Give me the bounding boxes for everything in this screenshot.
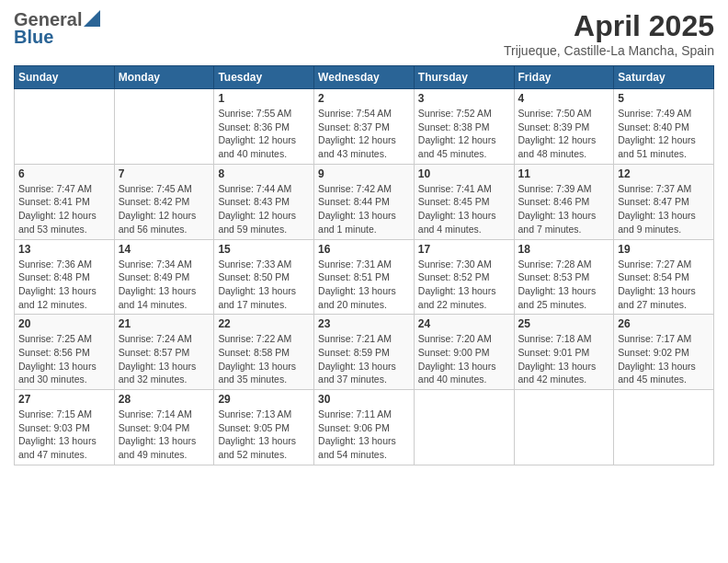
calendar-cell: 16 Sunrise: 7:31 AMSunset: 8:51 PMDaylig…: [314, 239, 415, 315]
day-info: Sunrise: 7:11 AMSunset: 9:06 PMDaylight:…: [318, 408, 410, 462]
calendar-cell: 24 Sunrise: 7:20 AMSunset: 9:00 PMDaylig…: [414, 315, 514, 390]
day-info: Sunrise: 7:36 AMSunset: 8:48 PMDaylight:…: [18, 258, 110, 312]
calendar-week-5: 27 Sunrise: 7:15 AMSunset: 9:03 PMDaylig…: [15, 390, 714, 465]
day-number: 12: [618, 167, 710, 180]
day-number: 18: [518, 243, 610, 256]
day-number: 2: [318, 92, 410, 105]
calendar-cell: 7 Sunrise: 7:45 AMSunset: 8:42 PMDayligh…: [114, 164, 214, 239]
day-info: Sunrise: 7:31 AMSunset: 8:51 PMDaylight:…: [318, 258, 410, 312]
day-number: 11: [518, 167, 610, 180]
calendar-cell: 17 Sunrise: 7:30 AMSunset: 8:52 PMDaylig…: [414, 239, 514, 315]
day-info: Sunrise: 7:20 AMSunset: 9:00 PMDaylight:…: [418, 332, 510, 386]
day-info: Sunrise: 7:54 AMSunset: 8:37 PMDaylight:…: [318, 107, 410, 161]
day-number: 14: [119, 243, 210, 256]
day-info: Sunrise: 7:50 AMSunset: 8:39 PMDaylight:…: [518, 107, 610, 161]
calendar-cell: 2 Sunrise: 7:54 AMSunset: 8:37 PMDayligh…: [314, 89, 415, 165]
day-number: 7: [119, 167, 210, 180]
col-friday: Friday: [514, 66, 614, 89]
day-number: 1: [218, 92, 310, 105]
calendar-cell: [614, 390, 714, 465]
calendar-cell: 8 Sunrise: 7:44 AMSunset: 8:43 PMDayligh…: [214, 164, 314, 239]
logo-blue: Blue: [14, 27, 53, 48]
day-number: 27: [18, 393, 110, 406]
day-info: Sunrise: 7:30 AMSunset: 8:52 PMDaylight:…: [418, 258, 510, 312]
day-info: Sunrise: 7:24 AMSunset: 8:57 PMDaylight:…: [119, 332, 210, 386]
calendar-cell: 20 Sunrise: 7:25 AMSunset: 8:56 PMDaylig…: [15, 315, 115, 390]
day-number: 17: [418, 243, 510, 256]
calendar-cell: 22 Sunrise: 7:22 AMSunset: 8:58 PMDaylig…: [214, 315, 314, 390]
day-number: 19: [618, 243, 710, 256]
day-number: 6: [18, 167, 110, 180]
calendar-cell: 3 Sunrise: 7:52 AMSunset: 8:38 PMDayligh…: [414, 89, 514, 165]
col-monday: Monday: [114, 66, 214, 89]
calendar-cell: 26 Sunrise: 7:17 AMSunset: 9:02 PMDaylig…: [614, 315, 714, 390]
day-info: Sunrise: 7:39 AMSunset: 8:46 PMDaylight:…: [518, 182, 610, 236]
day-number: 16: [318, 243, 410, 256]
calendar-cell: 4 Sunrise: 7:50 AMSunset: 8:39 PMDayligh…: [514, 89, 614, 165]
day-info: Sunrise: 7:22 AMSunset: 8:58 PMDaylight:…: [218, 332, 310, 386]
day-info: Sunrise: 7:41 AMSunset: 8:45 PMDaylight:…: [418, 182, 510, 236]
calendar-cell: 30 Sunrise: 7:11 AMSunset: 9:06 PMDaylig…: [314, 390, 415, 465]
day-number: 15: [218, 243, 310, 256]
calendar-cell: 9 Sunrise: 7:42 AMSunset: 8:44 PMDayligh…: [314, 164, 415, 239]
calendar-week-2: 6 Sunrise: 7:47 AMSunset: 8:41 PMDayligh…: [15, 164, 714, 239]
day-number: 29: [218, 393, 310, 406]
month-title: April 2025: [504, 9, 714, 43]
day-info: Sunrise: 7:47 AMSunset: 8:41 PMDaylight:…: [18, 182, 110, 236]
calendar-cell: 23 Sunrise: 7:21 AMSunset: 8:59 PMDaylig…: [314, 315, 415, 390]
calendar-table: Sunday Monday Tuesday Wednesday Thursday…: [14, 65, 714, 465]
day-info: Sunrise: 7:34 AMSunset: 8:49 PMDaylight:…: [119, 258, 210, 312]
calendar-cell: 12 Sunrise: 7:37 AMSunset: 8:47 PMDaylig…: [614, 164, 714, 239]
calendar-week-3: 13 Sunrise: 7:36 AMSunset: 8:48 PMDaylig…: [15, 239, 714, 315]
day-info: Sunrise: 7:44 AMSunset: 8:43 PMDaylight:…: [218, 182, 310, 236]
day-info: Sunrise: 7:25 AMSunset: 8:56 PMDaylight:…: [18, 332, 110, 386]
calendar-cell: 29 Sunrise: 7:13 AMSunset: 9:05 PMDaylig…: [214, 390, 314, 465]
day-info: Sunrise: 7:33 AMSunset: 8:50 PMDaylight:…: [218, 258, 310, 312]
day-info: Sunrise: 7:18 AMSunset: 9:01 PMDaylight:…: [518, 332, 610, 386]
calendar-cell: 21 Sunrise: 7:24 AMSunset: 8:57 PMDaylig…: [114, 315, 214, 390]
day-number: 28: [119, 393, 210, 406]
logo-icon: [84, 10, 100, 27]
day-info: Sunrise: 7:45 AMSunset: 8:42 PMDaylight:…: [119, 182, 210, 236]
day-number: 30: [318, 393, 410, 406]
day-info: Sunrise: 7:27 AMSunset: 8:54 PMDaylight:…: [618, 258, 710, 312]
col-sunday: Sunday: [15, 66, 115, 89]
calendar-cell: 1 Sunrise: 7:55 AMSunset: 8:36 PMDayligh…: [214, 89, 314, 165]
day-number: 9: [318, 167, 410, 180]
calendar-cell: 14 Sunrise: 7:34 AMSunset: 8:49 PMDaylig…: [114, 239, 214, 315]
logo: General Blue: [14, 9, 100, 48]
day-info: Sunrise: 7:14 AMSunset: 9:04 PMDaylight:…: [119, 408, 210, 462]
title-block: April 2025 Trijueque, Castille-La Mancha…: [504, 9, 714, 58]
calendar-cell: 19 Sunrise: 7:27 AMSunset: 8:54 PMDaylig…: [614, 239, 714, 315]
day-number: 10: [418, 167, 510, 180]
day-info: Sunrise: 7:28 AMSunset: 8:53 PMDaylight:…: [518, 258, 610, 312]
day-number: 5: [618, 92, 710, 105]
calendar-cell: 28 Sunrise: 7:14 AMSunset: 9:04 PMDaylig…: [114, 390, 214, 465]
day-number: 24: [418, 317, 510, 330]
day-number: 4: [518, 92, 610, 105]
calendar-cell: [15, 89, 115, 165]
calendar-cell: [414, 390, 514, 465]
calendar-header-row: Sunday Monday Tuesday Wednesday Thursday…: [15, 66, 714, 89]
day-info: Sunrise: 7:49 AMSunset: 8:40 PMDaylight:…: [618, 107, 710, 161]
calendar-cell: [514, 390, 614, 465]
day-info: Sunrise: 7:52 AMSunset: 8:38 PMDaylight:…: [418, 107, 510, 161]
calendar-cell: [114, 89, 214, 165]
location: Trijueque, Castille-La Mancha, Spain: [504, 43, 714, 58]
calendar-cell: 11 Sunrise: 7:39 AMSunset: 8:46 PMDaylig…: [514, 164, 614, 239]
day-number: 23: [318, 317, 410, 330]
page-header: General Blue April 2025 Trijueque, Casti…: [14, 9, 714, 58]
day-info: Sunrise: 7:15 AMSunset: 9:03 PMDaylight:…: [18, 408, 110, 462]
day-number: 3: [418, 92, 510, 105]
day-number: 8: [218, 167, 310, 180]
calendar-cell: 10 Sunrise: 7:41 AMSunset: 8:45 PMDaylig…: [414, 164, 514, 239]
page-container: General Blue April 2025 Trijueque, Casti…: [0, 0, 728, 475]
day-number: 13: [18, 243, 110, 256]
day-number: 21: [119, 317, 210, 330]
col-saturday: Saturday: [614, 66, 714, 89]
day-number: 26: [618, 317, 710, 330]
day-info: Sunrise: 7:55 AMSunset: 8:36 PMDaylight:…: [218, 107, 310, 161]
calendar-cell: 5 Sunrise: 7:49 AMSunset: 8:40 PMDayligh…: [614, 89, 714, 165]
calendar-cell: 18 Sunrise: 7:28 AMSunset: 8:53 PMDaylig…: [514, 239, 614, 315]
calendar-cell: 15 Sunrise: 7:33 AMSunset: 8:50 PMDaylig…: [214, 239, 314, 315]
